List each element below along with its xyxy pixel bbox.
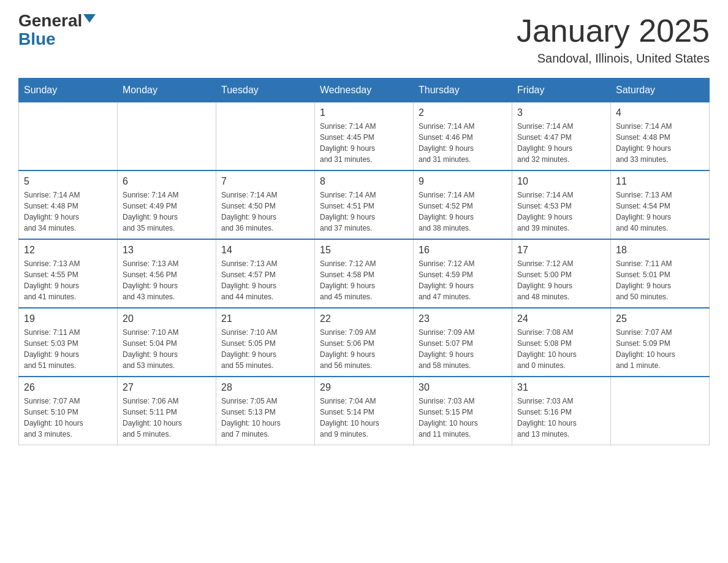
- day-info: Sunrise: 7:12 AM Sunset: 4:59 PM Dayligh…: [419, 258, 507, 302]
- day-info: Sunrise: 7:14 AM Sunset: 4:48 PM Dayligh…: [24, 190, 112, 234]
- day-info: Sunrise: 7:14 AM Sunset: 4:49 PM Dayligh…: [123, 190, 211, 234]
- day-info: Sunrise: 7:09 AM Sunset: 5:06 PM Dayligh…: [320, 327, 408, 371]
- day-info: Sunrise: 7:07 AM Sunset: 5:10 PM Dayligh…: [24, 396, 112, 440]
- day-info: Sunrise: 7:05 AM Sunset: 5:13 PM Dayligh…: [221, 396, 309, 440]
- day-cell: 12Sunrise: 7:13 AM Sunset: 4:55 PM Dayli…: [19, 239, 118, 308]
- calendar-table: SundayMondayTuesdayWednesdayThursdayFrid…: [18, 78, 710, 445]
- day-cell: 10Sunrise: 7:14 AM Sunset: 4:53 PM Dayli…: [512, 170, 611, 239]
- day-info: Sunrise: 7:07 AM Sunset: 5:09 PM Dayligh…: [616, 327, 704, 371]
- day-number: 3: [517, 107, 605, 118]
- day-info: Sunrise: 7:14 AM Sunset: 4:53 PM Dayligh…: [517, 190, 605, 234]
- day-number: 14: [221, 245, 309, 256]
- day-number: 21: [221, 313, 309, 324]
- day-number: 8: [320, 176, 408, 187]
- day-cell: 15Sunrise: 7:12 AM Sunset: 4:58 PM Dayli…: [315, 239, 414, 308]
- day-header-wednesday: Wednesday: [315, 79, 414, 102]
- day-number: 19: [24, 313, 112, 324]
- day-number: 5: [24, 176, 112, 187]
- location-subtitle: Sandoval, Illinois, United States: [517, 52, 710, 66]
- day-info: Sunrise: 7:10 AM Sunset: 5:05 PM Dayligh…: [221, 327, 309, 371]
- day-number: 24: [517, 313, 605, 324]
- day-header-sunday: Sunday: [19, 79, 118, 102]
- day-number: 17: [517, 245, 605, 256]
- day-info: Sunrise: 7:13 AM Sunset: 4:57 PM Dayligh…: [221, 258, 309, 302]
- day-cell: 23Sunrise: 7:09 AM Sunset: 5:07 PM Dayli…: [414, 308, 512, 377]
- day-number: 28: [221, 382, 309, 393]
- day-info: Sunrise: 7:04 AM Sunset: 5:14 PM Dayligh…: [320, 396, 408, 440]
- title-area: January 2025 Sandoval, Illinois, United …: [517, 12, 710, 66]
- day-cell: 16Sunrise: 7:12 AM Sunset: 4:59 PM Dayli…: [414, 239, 512, 308]
- day-cell: 24Sunrise: 7:08 AM Sunset: 5:08 PM Dayli…: [512, 308, 611, 377]
- day-cell: [216, 102, 315, 171]
- day-cell: 4Sunrise: 7:14 AM Sunset: 4:48 PM Daylig…: [611, 102, 710, 171]
- logo-blue-text: Blue: [18, 29, 56, 49]
- day-header-saturday: Saturday: [611, 79, 710, 102]
- week-row-4: 19Sunrise: 7:11 AM Sunset: 5:03 PM Dayli…: [19, 308, 710, 377]
- day-info: Sunrise: 7:03 AM Sunset: 5:16 PM Dayligh…: [517, 396, 605, 440]
- day-number: 25: [616, 313, 704, 324]
- day-info: Sunrise: 7:09 AM Sunset: 5:07 PM Dayligh…: [419, 327, 507, 371]
- day-cell: 26Sunrise: 7:07 AM Sunset: 5:10 PM Dayli…: [19, 377, 118, 445]
- day-info: Sunrise: 7:03 AM Sunset: 5:15 PM Dayligh…: [419, 396, 507, 440]
- day-header-friday: Friday: [512, 79, 611, 102]
- day-cell: 17Sunrise: 7:12 AM Sunset: 5:00 PM Dayli…: [512, 239, 611, 308]
- day-header-tuesday: Tuesday: [216, 79, 315, 102]
- day-info: Sunrise: 7:14 AM Sunset: 4:52 PM Dayligh…: [419, 190, 507, 234]
- day-number: 27: [123, 382, 211, 393]
- day-cell: 21Sunrise: 7:10 AM Sunset: 5:05 PM Dayli…: [216, 308, 315, 377]
- day-number: 2: [419, 107, 507, 118]
- day-info: Sunrise: 7:14 AM Sunset: 4:45 PM Dayligh…: [320, 121, 408, 165]
- day-cell: 18Sunrise: 7:11 AM Sunset: 5:01 PM Dayli…: [611, 239, 710, 308]
- day-number: 7: [221, 176, 309, 187]
- day-number: 16: [419, 245, 507, 256]
- day-info: Sunrise: 7:10 AM Sunset: 5:04 PM Dayligh…: [123, 327, 211, 371]
- day-number: 9: [419, 176, 507, 187]
- day-info: Sunrise: 7:11 AM Sunset: 5:01 PM Dayligh…: [616, 258, 704, 302]
- day-cell: 28Sunrise: 7:05 AM Sunset: 5:13 PM Dayli…: [216, 377, 315, 445]
- day-info: Sunrise: 7:13 AM Sunset: 4:56 PM Dayligh…: [123, 258, 211, 302]
- day-info: Sunrise: 7:12 AM Sunset: 5:00 PM Dayligh…: [517, 258, 605, 302]
- week-row-1: 1Sunrise: 7:14 AM Sunset: 4:45 PM Daylig…: [19, 102, 710, 171]
- day-cell: [118, 102, 216, 171]
- day-number: 20: [123, 313, 211, 324]
- day-info: Sunrise: 7:14 AM Sunset: 4:50 PM Dayligh…: [221, 190, 309, 234]
- day-cell: 6Sunrise: 7:14 AM Sunset: 4:49 PM Daylig…: [118, 170, 216, 239]
- day-number: 1: [320, 107, 408, 118]
- day-number: 15: [320, 245, 408, 256]
- day-cell: 31Sunrise: 7:03 AM Sunset: 5:16 PM Dayli…: [512, 377, 611, 445]
- day-info: Sunrise: 7:08 AM Sunset: 5:08 PM Dayligh…: [517, 327, 605, 371]
- day-cell: 20Sunrise: 7:10 AM Sunset: 5:04 PM Dayli…: [118, 308, 216, 377]
- day-info: Sunrise: 7:12 AM Sunset: 4:58 PM Dayligh…: [320, 258, 408, 302]
- logo-triangle-icon: [83, 14, 96, 23]
- day-cell: 1Sunrise: 7:14 AM Sunset: 4:45 PM Daylig…: [315, 102, 414, 171]
- day-number: 11: [616, 176, 704, 187]
- day-number: 29: [320, 382, 408, 393]
- day-number: 18: [616, 245, 704, 256]
- day-cell: 19Sunrise: 7:11 AM Sunset: 5:03 PM Dayli…: [19, 308, 118, 377]
- day-info: Sunrise: 7:14 AM Sunset: 4:51 PM Dayligh…: [320, 190, 408, 234]
- day-cell: 11Sunrise: 7:13 AM Sunset: 4:54 PM Dayli…: [611, 170, 710, 239]
- day-info: Sunrise: 7:13 AM Sunset: 4:54 PM Dayligh…: [616, 190, 704, 234]
- day-number: 26: [24, 382, 112, 393]
- day-number: 13: [123, 245, 211, 256]
- header: General Blue January 2025 Sandoval, Illi…: [18, 12, 710, 66]
- day-cell: 13Sunrise: 7:13 AM Sunset: 4:56 PM Dayli…: [118, 239, 216, 308]
- day-number: 22: [320, 313, 408, 324]
- day-cell: [19, 102, 118, 171]
- week-row-3: 12Sunrise: 7:13 AM Sunset: 4:55 PM Dayli…: [19, 239, 710, 308]
- week-row-2: 5Sunrise: 7:14 AM Sunset: 4:48 PM Daylig…: [19, 170, 710, 239]
- day-cell: 5Sunrise: 7:14 AM Sunset: 4:48 PM Daylig…: [19, 170, 118, 239]
- day-number: 30: [419, 382, 507, 393]
- day-cell: [611, 377, 710, 445]
- day-info: Sunrise: 7:13 AM Sunset: 4:55 PM Dayligh…: [24, 258, 112, 302]
- day-cell: 2Sunrise: 7:14 AM Sunset: 4:46 PM Daylig…: [414, 102, 512, 171]
- day-info: Sunrise: 7:14 AM Sunset: 4:48 PM Dayligh…: [616, 121, 704, 165]
- day-info: Sunrise: 7:14 AM Sunset: 4:47 PM Dayligh…: [517, 121, 605, 165]
- day-header-thursday: Thursday: [414, 79, 512, 102]
- week-row-5: 26Sunrise: 7:07 AM Sunset: 5:10 PM Dayli…: [19, 377, 710, 445]
- day-cell: 8Sunrise: 7:14 AM Sunset: 4:51 PM Daylig…: [315, 170, 414, 239]
- day-cell: 9Sunrise: 7:14 AM Sunset: 4:52 PM Daylig…: [414, 170, 512, 239]
- day-number: 23: [419, 313, 507, 324]
- day-header-monday: Monday: [118, 79, 216, 102]
- day-number: 12: [24, 245, 112, 256]
